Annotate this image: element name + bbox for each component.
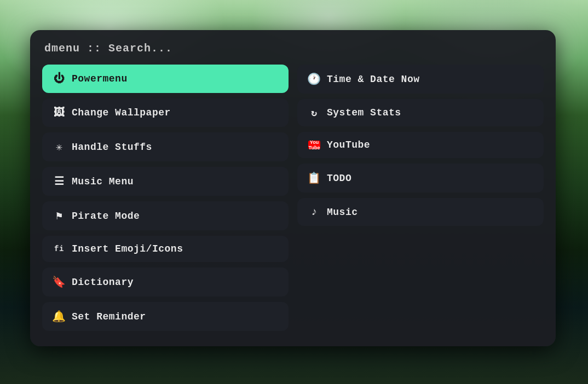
dictionary-icon: 🔖 [52, 275, 66, 289]
stats-icon: ↻ [307, 107, 321, 119]
set-reminder-label: Set Reminder [72, 311, 146, 322]
menu-item-pirate-mode[interactable]: ⚑ Pirate Mode [42, 201, 289, 230]
music-note-icon: ♪ [307, 206, 321, 218]
music-label: Music [327, 207, 358, 218]
menu-col-left: ⏻ Powermenu 🖼 Change Wallpaper ✳ Handle … [42, 65, 289, 331]
menu-item-music-menu[interactable]: ☰ Music Menu [42, 167, 289, 196]
clock-icon: 🕐 [307, 72, 321, 86]
wallpaper-icon: 🖼 [52, 106, 66, 119]
menu-item-powermenu[interactable]: ⏻ Powermenu [42, 65, 289, 93]
reminder-icon: 🔔 [52, 310, 66, 323]
menu-item-insert-emoji[interactable]: fi Insert Emoji/Icons [42, 236, 289, 262]
dictionary-label: Dictionary [72, 277, 134, 288]
menu-item-time-date[interactable]: 🕐 Time & Date Now [297, 65, 544, 94]
youtube-icon: YouTube [307, 141, 321, 149]
youtube-label: YouTube [327, 139, 370, 150]
music-menu-label: Music Menu [72, 176, 134, 187]
dmenu-panel: dmenu :: Search... ⏻ Powermenu 🖼 Change … [30, 30, 556, 346]
menu-item-set-reminder[interactable]: 🔔 Set Reminder [42, 302, 289, 331]
emoji-icon: fi [52, 245, 66, 253]
powermenu-label: Powermenu [72, 73, 128, 84]
pirate-mode-label: Pirate Mode [72, 211, 140, 222]
pirate-icon: ⚑ [52, 209, 66, 223]
menu-item-music[interactable]: ♪ Music [297, 198, 544, 226]
handle-stuffs-icon: ✳ [52, 140, 66, 154]
menu-item-youtube[interactable]: YouTube YouTube [297, 132, 544, 158]
handle-stuffs-label: Handle Stuffs [72, 142, 152, 153]
todo-icon: 📋 [307, 171, 321, 185]
menu-grid: ⏻ Powermenu 🖼 Change Wallpaper ✳ Handle … [42, 65, 544, 331]
change-wallpaper-label: Change Wallpaper [72, 107, 171, 118]
menu-item-system-stats[interactable]: ↻ System Stats [297, 99, 544, 126]
menu-col-right: 🕐 Time & Date Now ↻ System Stats YouTube… [297, 65, 544, 331]
menu-item-handle-stuffs[interactable]: ✳ Handle Stuffs [42, 132, 289, 161]
power-icon: ⏻ [52, 72, 66, 85]
insert-emoji-label: Insert Emoji/Icons [72, 243, 183, 254]
todo-label: TODO [327, 173, 351, 184]
search-bar[interactable]: dmenu :: Search... [42, 42, 544, 55]
system-stats-label: System Stats [327, 107, 401, 118]
time-date-label: Time & Date Now [327, 74, 420, 85]
menu-item-todo[interactable]: 📋 TODO [297, 164, 544, 193]
menu-item-dictionary[interactable]: 🔖 Dictionary [42, 267, 289, 296]
menu-item-change-wallpaper[interactable]: 🖼 Change Wallpaper [42, 98, 289, 127]
music-menu-icon: ☰ [52, 174, 66, 188]
